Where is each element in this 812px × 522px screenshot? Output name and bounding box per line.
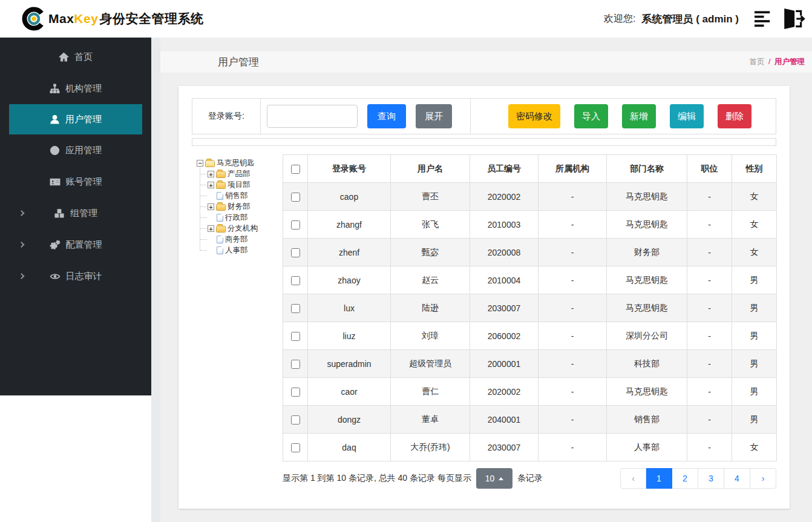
table-cell: 2030007 xyxy=(470,434,539,461)
table-row: zhangf张飞2010003-马克思钥匙-女 xyxy=(283,211,777,239)
main-area: 用户管理 首页 / 用户管理 登录账号: 查询 展开 密码修改导入新增编辑删除 … xyxy=(151,38,812,522)
table-cell: 2020002 xyxy=(470,183,539,211)
row-checkbox[interactable] xyxy=(291,332,300,341)
row-checkbox[interactable] xyxy=(291,443,300,452)
row-checkbox[interactable] xyxy=(291,304,300,313)
tree-node-label[interactable]: 行政部 xyxy=(225,213,248,223)
table-row: caor曹仁2020002-马克思钥匙-男 xyxy=(283,378,777,406)
file-icon xyxy=(217,192,223,200)
tree-node[interactable]: +财务部 xyxy=(197,201,283,212)
table-cell: 男 xyxy=(732,322,777,350)
tree-node[interactable]: 人事部 xyxy=(197,245,283,256)
column-header: 性别 xyxy=(732,155,777,183)
collapse-icon[interactable]: − xyxy=(197,160,203,167)
table-cell: 2040001 xyxy=(470,406,539,434)
table-row: dongz董卓2040001-销售部-男 xyxy=(283,406,777,434)
pagination-info-suffix: 条记录 xyxy=(517,473,543,484)
brand-logo-icon xyxy=(22,7,46,31)
gears-icon xyxy=(50,240,61,250)
sidebar-item-home[interactable]: 首页 xyxy=(0,41,151,73)
sidebar-item-group[interactable]: 组管理 xyxy=(0,197,151,229)
prev-page-button[interactable]: ‹ xyxy=(620,468,646,489)
tree-node-label[interactable]: 分支机构 xyxy=(228,223,258,234)
eye-icon xyxy=(50,271,61,282)
tree-node[interactable]: 商务部 xyxy=(197,234,283,245)
table-cell: 男 xyxy=(732,266,777,294)
tree-node-label[interactable]: 产品部 xyxy=(228,169,250,179)
org-tree: −马克思钥匙+产品部+项目部销售部+财务部行政部+分支机构商务部人事部 xyxy=(197,157,283,256)
tree-node-label[interactable]: 财务部 xyxy=(228,202,250,212)
menu-toggle-icon[interactable] xyxy=(755,11,774,27)
pagination-info-prefix: 显示第 1 到第 10 条记录, 总共 40 条记录 每页显示 xyxy=(283,473,471,484)
row-checkbox[interactable] xyxy=(291,415,300,425)
table-cell: daq xyxy=(308,434,391,461)
tree-node[interactable]: 行政部 xyxy=(197,212,283,223)
breadcrumb-home[interactable]: 首页 xyxy=(750,58,765,66)
tree-node[interactable]: 销售部 xyxy=(197,190,283,201)
sidebar-item-org[interactable]: 机构管理 xyxy=(0,73,151,104)
page-button-2[interactable]: 2 xyxy=(672,468,698,489)
table-cell: - xyxy=(687,266,732,294)
select-all-checkbox[interactable] xyxy=(291,165,300,174)
sidebar-item-account[interactable]: 账号管理 xyxy=(0,166,151,197)
row-checkbox[interactable] xyxy=(291,248,300,257)
next-page-button[interactable]: › xyxy=(750,468,776,489)
table-body: caop曹丕2020002-马克思钥匙-女zhangf张飞2010003-马克思… xyxy=(283,183,777,461)
edit-button[interactable]: 编辑 xyxy=(670,104,704,128)
change-password-button[interactable]: 密码修改 xyxy=(508,104,560,128)
delete-button[interactable]: 删除 xyxy=(718,104,751,128)
add-button[interactable]: 新增 xyxy=(622,104,656,128)
tree-node[interactable]: −马克思钥匙 xyxy=(197,157,283,168)
table-cell: - xyxy=(687,378,732,406)
page-button-1[interactable]: 1 xyxy=(646,468,672,489)
cubes-icon xyxy=(54,208,65,219)
expand-icon[interactable]: + xyxy=(208,182,214,188)
column-header: 所属机构 xyxy=(539,155,607,183)
table-cell: caop xyxy=(308,183,391,211)
row-checkbox[interactable] xyxy=(291,220,300,230)
table-cell: 曹仁 xyxy=(391,378,470,406)
page-size-select[interactable]: 10 xyxy=(476,468,512,489)
tree-node-label[interactable]: 销售部 xyxy=(225,191,248,201)
breadcrumb-current[interactable]: 用户管理 xyxy=(774,58,805,66)
table-cell: liuz xyxy=(308,322,391,350)
table-cell: 深圳分公司 xyxy=(607,322,687,350)
table-cell: - xyxy=(687,434,732,461)
logout-icon[interactable] xyxy=(781,7,806,30)
row-checkbox[interactable] xyxy=(291,388,300,397)
id-card-icon xyxy=(50,177,61,187)
globe-icon xyxy=(50,145,60,156)
table-cell: 甄宓 xyxy=(391,239,470,266)
titlebar: 用户管理 首页 / 用户管理 xyxy=(160,51,812,73)
expand-icon[interactable]: + xyxy=(208,225,214,232)
table-row: caop曹丕2020002-马克思钥匙-女 xyxy=(283,183,777,211)
tree-node[interactable]: +项目部 xyxy=(197,179,283,190)
tree-node-label[interactable]: 商务部 xyxy=(225,234,248,245)
query-button[interactable]: 查询 xyxy=(367,104,406,128)
sidebar-item-config[interactable]: 配置管理 xyxy=(0,229,151,260)
table-footer: 显示第 1 到第 10 条记录, 总共 40 条记录 每页显示 10 条记录 ‹… xyxy=(283,468,776,489)
tree-node-label[interactable]: 人事部 xyxy=(225,245,248,256)
page-button-4[interactable]: 4 xyxy=(724,468,750,489)
tree-node-label[interactable]: 项目部 xyxy=(228,180,250,190)
expand-icon[interactable]: + xyxy=(208,203,214,210)
tree-node[interactable]: +产品部 xyxy=(197,168,283,179)
expand-icon[interactable]: + xyxy=(208,171,214,177)
row-checkbox[interactable] xyxy=(291,360,300,369)
table-cell: 男 xyxy=(732,378,777,406)
folder-icon xyxy=(216,171,226,178)
sidebar-item-app[interactable]: 应用管理 xyxy=(0,134,151,166)
tree-node-label[interactable]: 马克思钥匙 xyxy=(217,158,255,168)
import-button[interactable]: 导入 xyxy=(574,104,608,128)
row-checkbox[interactable] xyxy=(291,276,300,285)
sidebar-item-audit[interactable]: 日志审计 xyxy=(0,260,151,292)
table-cell: - xyxy=(687,239,732,266)
search-input[interactable] xyxy=(267,105,358,128)
tree-node[interactable]: +分支机构 xyxy=(197,223,283,234)
page-button-3[interactable]: 3 xyxy=(698,468,724,489)
expand-button[interactable]: 展开 xyxy=(416,104,452,128)
file-icon xyxy=(217,214,223,222)
sidebar-item-user[interactable]: 用户管理 xyxy=(9,104,142,134)
row-checkbox[interactable] xyxy=(291,193,300,202)
sitemap-icon xyxy=(50,84,60,94)
